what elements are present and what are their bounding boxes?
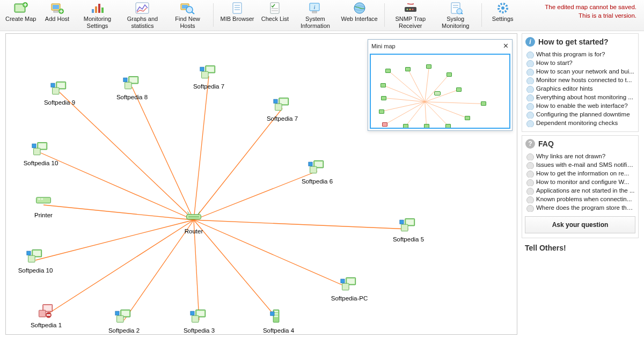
svg-rect-4 [53,5,59,9]
tb-label: Web Interface [341,16,377,23]
help-link[interactable]: Where does the program store the ... [525,203,635,212]
svg-line-50 [194,220,199,320]
svg-line-56 [425,75,449,102]
network-node[interactable]: Softpedia 10 [17,141,65,166]
minimap-node [385,69,391,73]
help-sidebar: iHow to get started? What this program i… [522,33,639,335]
svg-point-31 [412,9,413,10]
node-label: Softpedia 7 [185,83,233,90]
help-link[interactable]: Graphics editor hints [525,84,635,93]
svg-line-46 [194,220,408,229]
svg-line-40 [132,87,194,220]
minimap-node [481,101,486,106]
help-link[interactable]: How to enable the web interface? [525,101,635,110]
network-map-canvas[interactable]: Mini map ✕ RouterSoftpedia 9Softpedia 8S… [5,33,517,335]
tb-label: Graphs and statistics [123,16,162,29]
help-link[interactable]: Everything about host monitoring ... [525,93,635,101]
network-node[interactable]: Softpedia 8 [108,75,156,100]
minimap-node [381,96,386,100]
network-node[interactable]: Softpedia 10 [11,248,60,274]
syslog-button[interactable]: Syslog Monitoring [433,0,478,30]
find-hosts-button[interactable]: Find New Hosts [165,0,210,30]
node-label: Softpedia 2 [100,327,148,334]
network-node[interactable]: Softpedia 1 [22,303,70,328]
help-link[interactable]: Issues with e-mail and SMS notific... [525,160,635,169]
network-node[interactable]: Softpedia 7 [258,97,306,122]
network-node[interactable]: Softpedia 5 [384,217,433,243]
svg-line-59 [384,98,425,102]
network-node[interactable]: Softpedia 9 [35,80,84,106]
network-node[interactable]: Softpedia 2 [100,308,148,334]
monitoring-settings-button[interactable]: Monitoring Settings [75,0,120,30]
network-node[interactable]: Softpedia 3 [175,308,223,334]
help-link[interactable]: Why links are not drawn? [525,152,635,160]
node-label: Softpedia 5 [384,236,433,243]
minimap-node [424,124,429,128]
get-started-panel: iHow to get started? What this program i… [522,33,639,132]
monitoring-icon [89,1,105,15]
minimap-node [379,109,384,114]
web-interface-button[interactable]: Web Interface [338,0,380,30]
network-node[interactable]: Router [170,209,218,234]
host-add-icon [49,1,65,15]
create-map-button[interactable]: Create Map [2,0,39,30]
graphs-button[interactable]: Graphs and statistics [120,0,165,30]
tb-label: Find New Hosts [168,16,207,29]
document-icon [229,1,245,15]
node-label: Softpedia 8 [108,94,156,100]
check-list-button[interactable]: Check List [257,0,292,30]
network-node[interactable]: Softpedia-PC [325,276,374,302]
svg-line-60 [425,102,484,104]
snmp-trap-button[interactable]: SNMP Trap Receiver [388,0,433,30]
minimap-window[interactable]: Mini map ✕ [368,39,513,131]
minimap-viewport[interactable] [370,54,510,129]
svg-line-64 [425,102,427,126]
minimap-center [434,91,441,95]
settings-button[interactable]: Settings [485,0,521,30]
tb-label: Check List [261,16,289,23]
snmp-icon [402,1,419,15]
svg-rect-8 [95,6,97,13]
network-node[interactable]: Softpedia 4 [254,308,303,334]
svg-line-66 [385,102,425,125]
svg-line-42 [194,108,282,220]
svg-line-15 [192,12,194,14]
help-link[interactable]: Monitor new hosts connected to t... [525,76,635,84]
svg-point-29 [406,9,408,10]
svg-text:i: i [314,4,316,10]
svg-rect-25 [312,11,317,13]
node-label: Softpedia 10 [11,267,60,274]
svg-line-53 [388,71,425,102]
minimap-node [447,72,452,77]
close-icon[interactable]: ✕ [503,42,509,50]
minimap-node [382,122,387,127]
help-link[interactable]: Dependent monitoring checks [525,119,635,127]
help-link[interactable]: How to start? [525,58,635,67]
mib-browser-button[interactable]: MIB Browser [217,0,257,30]
ask-question-button[interactable]: Ask your question [525,216,635,233]
node-label: Softpedia-PC [325,295,374,302]
help-link[interactable]: Known problems when connectin... [525,195,635,203]
checklist-icon [267,1,283,15]
system-info-icon: i [307,1,323,15]
network-node[interactable]: Softpedia 7 [185,64,233,90]
trial-line: The edited map cannot be saved. [545,3,636,12]
add-host-button[interactable]: Add Host [39,0,75,30]
network-node[interactable]: Printer [19,193,68,218]
gear-icon [495,1,511,15]
panel-title: FAQ [538,139,554,148]
map-add-icon [13,1,29,15]
help-link[interactable]: How to scan your network and bui... [525,67,635,76]
svg-line-39 [60,92,194,220]
help-link[interactable]: How to monitor and configure W... [525,178,635,186]
syslog-icon [448,1,464,15]
system-info-button[interactable]: i System Information [292,0,338,30]
help-link[interactable]: Applications are not started in the ... [525,186,635,195]
network-node[interactable]: Softpedia 6 [293,159,341,185]
svg-line-63 [425,102,448,126]
tb-label: Settings [492,16,514,23]
help-link[interactable]: Configuring the planned downtime [525,110,635,119]
node-label: Softpedia 4 [254,327,303,334]
help-link[interactable]: What this program is for? [525,50,635,58]
help-link[interactable]: How to get the information on re... [525,169,635,178]
